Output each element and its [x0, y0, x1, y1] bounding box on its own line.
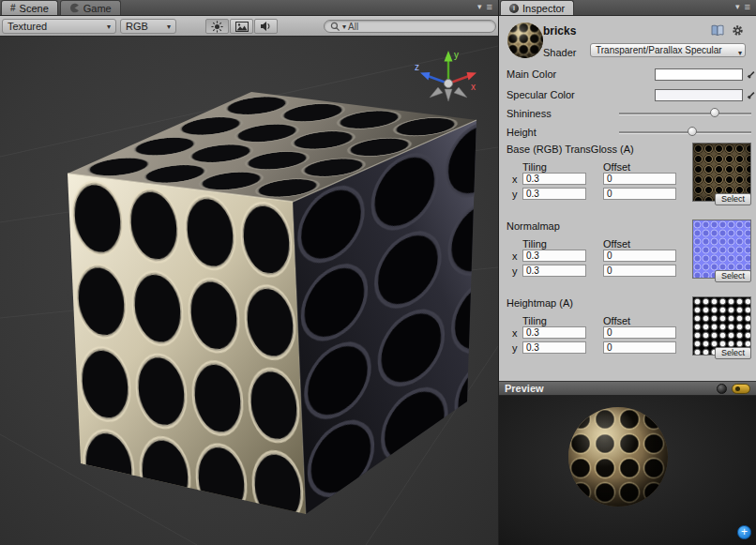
gizmo-y-axis[interactable]: y — [445, 50, 460, 83]
height-label: Height — [507, 127, 537, 138]
gizmo-x-label: x — [471, 82, 476, 92]
normalmap-section: Normalmap Tiling Offset x y Select — [507, 220, 751, 297]
render-mode-label: RGB — [126, 21, 148, 32]
tiling-x-field[interactable] — [522, 250, 586, 262]
gizmo-z-axis[interactable]: z — [415, 62, 448, 83]
scene-audio-toggle[interactable] — [254, 19, 278, 34]
tab-inspector-label: Inspector — [522, 3, 565, 14]
search-filter-caret-icon[interactable]: ▾ — [342, 23, 346, 31]
tiling-header: Tiling — [522, 161, 547, 173]
gizmo-z-label: z — [415, 62, 419, 72]
offset-header: Offset — [603, 161, 630, 173]
offset-y-field[interactable] — [603, 265, 676, 277]
map-title: Base (RGB) TransGloss (A) — [507, 144, 634, 155]
slider-track — [619, 113, 751, 114]
eyedropper-icon[interactable] — [746, 69, 756, 81]
base-map-section: Base (RGB) TransGloss (A) Tiling Offset … — [507, 144, 751, 220]
chevron-down-icon: ▾ — [738, 47, 742, 57]
search-icon — [330, 22, 340, 32]
select-texture-button[interactable]: Select — [715, 347, 751, 359]
height-slider[interactable] — [619, 126, 751, 139]
pane-dropdown-icon[interactable]: ▾ — [477, 2, 482, 11]
gizmo-y-label: y — [454, 50, 459, 60]
material-name: bricks — [543, 24, 576, 38]
preview-lighting-toggle[interactable] — [732, 384, 750, 394]
shading-mode-label: Textured — [8, 21, 47, 32]
shading-mode-dropdown[interactable]: Textured ▾ — [2, 19, 116, 34]
shininess-label: Shininess — [507, 108, 552, 119]
pane-menu-icon[interactable]: ≡ — [487, 1, 492, 12]
scene-grid-icon: # — [10, 3, 16, 13]
offset-y-field[interactable] — [603, 188, 676, 200]
scene-tabstrip: # Scene Game ▾ ≡ — [0, 0, 498, 16]
preview-title: Preview — [505, 383, 544, 394]
heightmap-section: Heightmap (A) Tiling Offset x y Select — [507, 297, 751, 374]
pane-menu-icon[interactable]: ≡ — [745, 1, 750, 12]
gear-icon[interactable] — [732, 24, 745, 37]
unity-editor-window: # Scene Game ▾ ≡ Textured ▾ RGB ▾ — [0, 0, 756, 545]
offset-x-field[interactable] — [603, 250, 676, 262]
tiling-x-field[interactable] — [522, 326, 586, 339]
tiling-x-field[interactable] — [522, 173, 586, 185]
shader-label: Shader — [543, 47, 576, 58]
inspector-body: bricks Shader Transparent/Parallax Specu… — [499, 16, 756, 381]
slider-thumb[interactable] — [688, 127, 697, 136]
chevron-down-icon: ▾ — [167, 23, 171, 31]
scene-lighting-toggle[interactable] — [205, 19, 229, 34]
inspector-pane: i Inspector ▾ ≡ bricks Shader Transpare — [498, 0, 756, 545]
x-axis-label: x — [512, 250, 518, 262]
game-icon — [69, 3, 80, 13]
offset-header: Offset — [603, 238, 630, 250]
inspector-icon: i — [509, 4, 519, 13]
preview-toggle-dot — [735, 386, 740, 391]
offset-x-field[interactable] — [603, 173, 676, 185]
specular-color-swatch[interactable] — [655, 89, 743, 101]
offset-y-field[interactable] — [603, 341, 676, 354]
image-icon — [235, 22, 249, 32]
tab-scene[interactable]: # Scene — [1, 0, 58, 15]
slider-track — [619, 131, 751, 133]
map-title: Normalmap — [507, 220, 560, 232]
shader-value: Transparent/Parallax Specular — [596, 45, 722, 55]
map-title: Heightmap (A) — [507, 297, 573, 309]
specular-color-label: Specular Color — [507, 89, 575, 100]
scene-skybox-toggle[interactable] — [230, 19, 253, 34]
help-book-icon[interactable] — [711, 24, 724, 37]
slider-thumb[interactable] — [710, 108, 719, 117]
tab-game[interactable]: Game — [60, 0, 121, 15]
preview-header[interactable]: Preview — [499, 381, 756, 396]
search-filter-label: All — [348, 22, 358, 32]
tab-inspector[interactable]: i Inspector — [500, 0, 574, 15]
tiling-y-field[interactable] — [522, 265, 586, 277]
tiling-y-field[interactable] — [522, 341, 586, 354]
preview-area[interactable]: + — [499, 396, 756, 545]
y-axis-label: y — [512, 189, 518, 200]
orientation-gizmo[interactable]: y x z — [412, 44, 485, 117]
tiling-y-field[interactable] — [522, 188, 586, 200]
x-axis-label: x — [512, 174, 518, 185]
pane-dropdown-icon[interactable]: ▾ — [735, 2, 740, 11]
add-button[interactable]: + — [737, 525, 751, 539]
select-texture-button[interactable]: Select — [715, 193, 751, 205]
gizmo-center[interactable] — [445, 80, 453, 88]
material-preview-sphere — [568, 407, 668, 507]
shader-dropdown[interactable]: Transparent/Parallax Specular ▾ — [590, 43, 746, 57]
eyedropper-icon[interactable] — [746, 90, 756, 101]
main-color-swatch[interactable] — [655, 68, 743, 81]
render-mode-dropdown[interactable]: RGB ▾ — [120, 19, 176, 34]
speaker-icon — [260, 21, 272, 32]
gizmo-negative-axes — [430, 87, 467, 101]
scene-search-field[interactable]: ▾ All — [324, 20, 496, 33]
scene-pane: # Scene Game ▾ ≡ Textured ▾ RGB ▾ — [0, 0, 498, 545]
y-axis-label: y — [512, 265, 518, 277]
chevron-down-icon: ▾ — [107, 23, 111, 31]
preview-sphere-button[interactable] — [717, 384, 727, 394]
tiling-header: Tiling — [522, 238, 547, 250]
scene-viewport[interactable]: y x z — [0, 37, 498, 545]
shininess-slider[interactable] — [619, 107, 751, 120]
offset-x-field[interactable] — [603, 326, 676, 339]
select-texture-button[interactable]: Select — [715, 270, 751, 282]
y-axis-label: y — [512, 342, 518, 354]
tab-scene-label: Scene — [20, 3, 49, 14]
offset-header: Offset — [603, 315, 630, 326]
